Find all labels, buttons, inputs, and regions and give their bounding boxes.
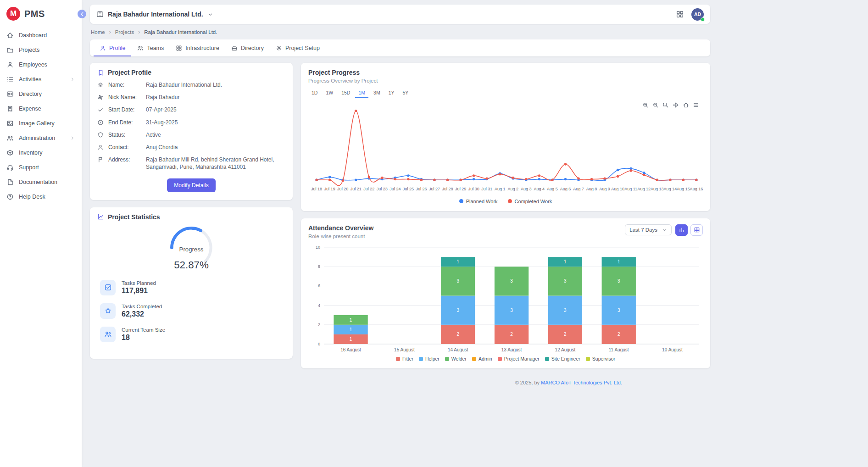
svg-text:16 August: 16 August — [340, 347, 361, 352]
sidebar-item-label: Dashboard — [19, 32, 47, 39]
range-1m[interactable]: 1M — [355, 88, 368, 98]
svg-text:Aug 16: Aug 16 — [690, 187, 703, 191]
left-column: Project Profile Name:Raja Bahadur Intern… — [90, 63, 293, 385]
svg-text:2: 2 — [564, 332, 567, 337]
svg-text:Jul 20: Jul 20 — [337, 187, 348, 191]
sidebar-item-expense[interactable]: Expense — [0, 101, 82, 116]
sidebar-item-help-desk[interactable]: Help Desk — [0, 189, 82, 204]
modify-details-button[interactable]: Modify Details — [167, 178, 215, 192]
sidebar-item-projects[interactable]: Projects — [0, 43, 82, 57]
inventory-icon — [6, 149, 14, 156]
stat-value: 117,891 — [122, 287, 156, 295]
svg-text:2: 2 — [618, 332, 620, 337]
sidebar-item-employees[interactable]: Employees — [0, 57, 82, 72]
range-1d[interactable]: 1D — [308, 88, 321, 98]
legend-label: Admin — [479, 356, 492, 361]
tab-label: Profile — [109, 45, 125, 51]
sidebar-collapse-button[interactable] — [78, 10, 86, 18]
legend-helper[interactable]: Helper — [419, 356, 440, 361]
footer-link[interactable]: MARCO AIoT Technologies Pvt. Ltd. — [541, 380, 622, 385]
apps-icon[interactable] — [676, 10, 684, 18]
table-view-toggle[interactable] — [690, 224, 703, 236]
home-icon[interactable] — [683, 102, 689, 108]
tab-project-setup[interactable]: Project Setup — [270, 39, 326, 56]
brand: M PMS — [0, 0, 82, 28]
svg-text:10 August: 10 August — [662, 347, 683, 352]
svg-text:Progress: Progress — [179, 246, 204, 253]
tab-teams[interactable]: Teams — [131, 39, 170, 56]
sidebar-item-label: Help Desk — [19, 194, 45, 200]
legend-fitter[interactable]: Fitter — [396, 356, 413, 361]
statistics-card-title: Project Statistics — [108, 213, 160, 221]
sidebar: M PMS DashboardProjectsEmployeesActiviti… — [0, 0, 82, 467]
sidebar-item-dashboard[interactable]: Dashboard — [0, 28, 82, 43]
company-selector[interactable]: Raja Bahadur International Ltd. — [96, 11, 213, 18]
svg-text:52.87%: 52.87% — [174, 259, 209, 270]
legend-swatch — [586, 357, 590, 361]
right-column: Project Progress Progress Overview by Pr… — [301, 63, 710, 385]
profile-fields: Name:Raja Bahadur International Ltd.Nick… — [97, 81, 285, 171]
svg-text:2: 2 — [318, 322, 320, 327]
svg-text:Aug 4: Aug 4 — [534, 187, 545, 191]
range-15d[interactable]: 15D — [338, 88, 353, 98]
breadcrumb-item-raja-bahadur-international-ltd: Raja Bahadur International Ltd. — [144, 29, 217, 35]
legend-planned-work[interactable]: Planned Work — [459, 199, 498, 204]
app-root: M PMS DashboardProjectsEmployeesActiviti… — [0, 0, 868, 467]
legend-label: Completed Work — [515, 199, 552, 204]
sidebar-item-documentation[interactable]: Documentation — [0, 175, 82, 189]
bar-view-toggle[interactable] — [675, 224, 688, 236]
svg-text:8: 8 — [318, 264, 320, 269]
svg-text:3: 3 — [564, 278, 567, 284]
box-zoom-icon[interactable] — [662, 102, 669, 108]
tab-directory[interactable]: Directory — [225, 39, 270, 56]
legend-completed-work[interactable]: Completed Work — [508, 199, 552, 204]
online-status-dot — [701, 17, 705, 22]
range-1y[interactable]: 1Y — [385, 88, 398, 98]
check-square-icon — [104, 284, 112, 291]
svg-text:11 August: 11 August — [609, 347, 629, 352]
legend-site-engineer[interactable]: Site Engineer — [545, 356, 580, 361]
sidebar-item-label: Activities — [19, 76, 41, 83]
content-grid: Project Profile Name:Raja Bahadur Intern… — [90, 63, 710, 385]
field-label: End Date: — [108, 119, 141, 126]
topbar: Raja Bahadur International Ltd. AD — [90, 5, 710, 24]
bookmark-icon — [97, 69, 104, 76]
sidebar-item-activities[interactable]: Activities — [0, 72, 82, 87]
field-label: Nick Name: — [108, 94, 141, 101]
legend-supervisor[interactable]: Supervisor — [586, 356, 615, 361]
sidebar-item-administration[interactable]: Administration — [0, 131, 82, 145]
tab-label: Project Setup — [285, 45, 320, 51]
sidebar-item-support[interactable]: Support — [0, 160, 82, 175]
legend-label: Fitter — [402, 356, 413, 361]
zoom-in-icon[interactable] — [642, 102, 649, 108]
time-range-buttons: 1D1W15D1M3M1Y5Y — [308, 88, 703, 98]
zoom-out-icon[interactable] — [652, 102, 659, 108]
breadcrumb-item-projects[interactable]: Projects — [115, 29, 134, 35]
sidebar-item-label: Projects — [19, 47, 39, 53]
svg-text:Aug 9: Aug 9 — [599, 187, 610, 191]
tab-profile[interactable]: Profile — [94, 39, 131, 56]
svg-text:0: 0 — [318, 342, 320, 346]
sidebar-item-image-gallery[interactable]: Image Gallery — [0, 116, 82, 131]
svg-text:Aug 10: Aug 10 — [611, 187, 624, 191]
view-toggles — [675, 224, 703, 236]
avatar[interactable]: AD — [691, 8, 704, 21]
svg-text:1: 1 — [350, 337, 352, 342]
pan-icon[interactable] — [673, 102, 679, 108]
range-1w[interactable]: 1W — [323, 88, 336, 98]
svg-text:Jul 28: Jul 28 — [442, 187, 453, 191]
sidebar-item-inventory[interactable]: Inventory — [0, 145, 82, 160]
attendance-range-select[interactable]: Last 7 Days — [625, 224, 672, 235]
legend-dot — [508, 199, 512, 203]
legend-admin[interactable]: Admin — [472, 356, 492, 361]
range-3m[interactable]: 3M — [370, 88, 384, 98]
breadcrumb-item-home[interactable]: Home — [91, 29, 105, 35]
range-5y[interactable]: 5Y — [399, 88, 412, 98]
sidebar-item-directory[interactable]: Directory — [0, 87, 82, 101]
svg-text:2: 2 — [456, 332, 459, 337]
tab-infrastructure[interactable]: Infrastructure — [170, 39, 225, 56]
briefcase-icon — [231, 45, 238, 51]
menu-icon[interactable] — [693, 102, 699, 108]
legend-welder[interactable]: Welder — [445, 356, 467, 361]
legend-project-manager[interactable]: Project Manager — [498, 356, 540, 361]
